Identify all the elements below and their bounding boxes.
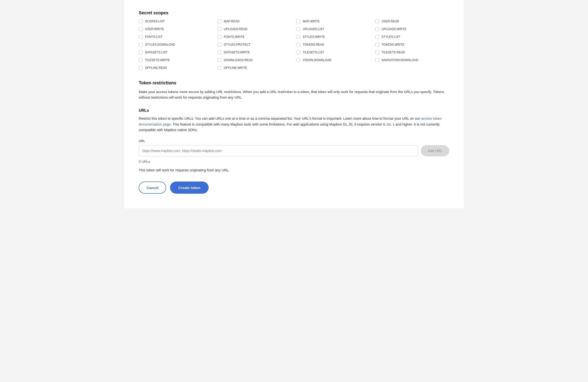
urls-desc-part1: Restrict this token to specific URLs. Yo… xyxy=(139,117,421,121)
scope-checkbox-tokens-read[interactable] xyxy=(296,43,300,46)
url-input[interactable] xyxy=(139,145,418,156)
scope-label: TILESETS:READ xyxy=(381,50,405,55)
scope-checkbox-styles-write[interactable] xyxy=(296,35,300,39)
scope-item: VISION:DOWNLOAD xyxy=(296,58,370,62)
scope-label: USER:READ xyxy=(381,19,399,23)
scope-checkbox-datasets-write[interactable] xyxy=(218,50,221,54)
scope-label: NAVIGATION:DOWNLOAD xyxy=(381,58,418,62)
scope-item: TILESETS:READ xyxy=(375,50,449,55)
scope-item: FONTS:WRITE xyxy=(218,35,292,39)
scope-item: STYLES:PROTECT xyxy=(218,42,292,47)
scope-checkbox-scopes-list[interactable] xyxy=(139,20,143,23)
scope-item: DATASETS:WRITE xyxy=(218,50,292,55)
scope-checkbox-navigation-download[interactable] xyxy=(375,58,379,62)
scope-label: FONTS:LIST xyxy=(145,35,163,39)
scope-label: TOKENS:WRITE xyxy=(381,42,404,47)
scope-checkbox-tilesets-read[interactable] xyxy=(375,50,379,54)
scope-item: UPLOADS:LIST xyxy=(296,27,370,31)
scope-label: VISION:DOWNLOAD xyxy=(303,58,331,62)
actions-row: Cancel Create token xyxy=(139,181,449,194)
scope-checkbox-fonts-list[interactable] xyxy=(139,35,143,39)
scope-label: UPLOADS:READ xyxy=(224,27,247,31)
scope-item: UPLOADS:READ xyxy=(218,27,292,31)
scope-label: UPLOADS:LIST xyxy=(303,27,324,31)
scope-item: MAP:WRITE xyxy=(296,19,370,23)
scope-label: MAP:WRITE xyxy=(303,19,320,23)
scope-checkbox-tilesets-list[interactable] xyxy=(296,50,300,54)
scope-item: SCOPES:LIST xyxy=(139,19,213,23)
url-field-label: URL xyxy=(139,139,449,143)
scope-item: STYLES:WRITE xyxy=(296,35,370,39)
page-container: Secret scopes SCOPES:LISTMAP:READMAP:WRI… xyxy=(124,0,464,208)
token-restrictions-title: Token restrictions xyxy=(139,80,449,86)
scope-label: DATASETS:LIST xyxy=(145,50,168,55)
urls-description: Restrict this token to specific URLs. Yo… xyxy=(139,116,444,133)
scope-checkbox-datasets-list[interactable] xyxy=(139,50,143,54)
scope-checkbox-fonts-write[interactable] xyxy=(218,35,221,39)
scope-label: OFFLINE:WRITE xyxy=(224,66,247,70)
scope-label: STYLES:PROTECT xyxy=(224,42,251,47)
scope-item: USER:WRITE xyxy=(139,27,213,31)
urls-desc-part2: . This feature is compatible with many M… xyxy=(170,122,383,126)
scope-checkbox-tilesets-write[interactable] xyxy=(139,58,143,62)
scope-item: DOWNLOADS:READ xyxy=(218,58,292,62)
scope-label: DATASETS:WRITE xyxy=(224,50,250,55)
scope-item: TOKENS:READ xyxy=(296,42,370,47)
scopes-grid: SCOPES:LISTMAP:READMAP:WRITEUSER:READUSE… xyxy=(139,19,449,70)
scope-item: DATASETS:LIST xyxy=(139,50,213,55)
scope-item: NAVIGATION:DOWNLOAD xyxy=(375,58,449,62)
scope-checkbox-styles-download[interactable] xyxy=(139,43,143,46)
token-restrictions-description: Make your access tokens more secure by a… xyxy=(139,89,444,100)
scope-checkbox-user-read[interactable] xyxy=(375,20,379,23)
scope-label: USER:WRITE xyxy=(145,27,164,31)
scope-checkbox-offline-read[interactable] xyxy=(139,66,143,70)
scope-label: STYLES:LIST xyxy=(381,35,400,39)
scope-label: TILESETS:LIST xyxy=(303,50,324,55)
scope-checkbox-uploads-list[interactable] xyxy=(296,27,300,31)
scope-item: TILESETS:WRITE xyxy=(139,58,213,62)
scope-item: FONTS:LIST xyxy=(139,35,213,39)
scope-label: MAP:READ xyxy=(224,19,240,23)
version-code: 0.53.1 xyxy=(383,123,394,126)
scope-item: USER:READ xyxy=(375,19,449,23)
scope-item: OFFLINE:READ xyxy=(139,66,213,70)
scope-label: OFFLINE:READ xyxy=(145,66,167,70)
scope-label: DOWNLOADS:READ xyxy=(224,58,253,62)
scope-item: TOKENS:WRITE xyxy=(375,42,449,47)
add-url-button[interactable]: Add URL xyxy=(421,145,449,156)
scope-checkbox-offline-write[interactable] xyxy=(218,66,221,70)
scope-label: TOKENS:READ xyxy=(303,42,324,47)
scope-label: STYLES:DOWNLOAD xyxy=(145,42,175,47)
scope-checkbox-styles-list[interactable] xyxy=(375,35,379,39)
urls-title: URLs xyxy=(139,108,449,113)
create-token-button[interactable]: Create token xyxy=(170,181,209,194)
scope-label: UPLOADS:WRITE xyxy=(381,27,406,31)
secret-scopes-section: Secret scopes SCOPES:LISTMAP:READMAP:WRI… xyxy=(139,10,449,70)
url-input-row: Add URL xyxy=(139,145,449,156)
scope-label: TILESETS:WRITE xyxy=(145,58,170,62)
scope-item: STYLES:LIST xyxy=(375,35,449,39)
scope-checkbox-map-read[interactable] xyxy=(218,20,221,23)
scope-checkbox-tokens-write[interactable] xyxy=(375,43,379,46)
scope-label: FONTS:WRITE xyxy=(224,35,245,39)
scope-checkbox-downloads-read[interactable] xyxy=(218,58,221,62)
scope-checkbox-map-write[interactable] xyxy=(296,20,300,23)
scope-checkbox-uploads-read[interactable] xyxy=(218,27,221,31)
scope-label: STYLES:WRITE xyxy=(303,35,325,39)
scope-checkbox-vision-download[interactable] xyxy=(296,58,300,62)
secret-scopes-title: Secret scopes xyxy=(139,10,449,16)
scope-checkbox-styles-protect[interactable] xyxy=(218,43,221,46)
cancel-button[interactable]: Cancel xyxy=(139,181,166,194)
scope-item: MAP:READ xyxy=(218,19,292,23)
scope-checkbox-user-write[interactable] xyxy=(139,27,143,31)
scope-checkbox-uploads-write[interactable] xyxy=(375,27,379,31)
urls-section: URLs Restrict this token to specific URL… xyxy=(139,108,449,173)
url-count: 0 URLs xyxy=(139,159,449,164)
token-restrictions-section: Token restrictions Make your access toke… xyxy=(139,80,449,100)
scope-item: STYLES:DOWNLOAD xyxy=(139,42,213,47)
scope-item: TILESETS:LIST xyxy=(296,50,370,55)
scope-item: OFFLINE:WRITE xyxy=(218,66,292,70)
url-any-text: This token will work for requests origin… xyxy=(139,168,449,173)
scope-item: UPLOADS:WRITE xyxy=(375,27,449,31)
scope-label: SCOPES:LIST xyxy=(145,19,165,23)
